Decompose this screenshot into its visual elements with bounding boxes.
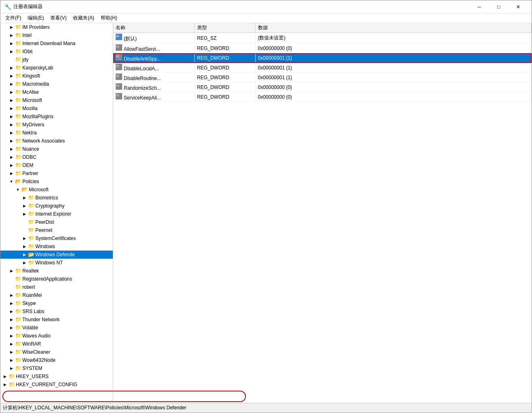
- expand-arrow[interactable]: [22, 227, 27, 233]
- expand-arrow[interactable]: [9, 365, 14, 371]
- tree-item[interactable]: 📁OEM: [0, 161, 113, 169]
- expand-arrow[interactable]: [9, 114, 14, 119]
- expand-arrow[interactable]: [9, 65, 14, 71]
- expand-arrow[interactable]: [9, 138, 14, 144]
- tree-item[interactable]: 📁KasperskyLab: [0, 64, 113, 72]
- expand-arrow[interactable]: [9, 171, 14, 176]
- expand-arrow[interactable]: [9, 49, 14, 54]
- expand-arrow[interactable]: [9, 146, 14, 152]
- tree-item[interactable]: 📁robert: [0, 283, 113, 291]
- expand-arrow[interactable]: [2, 382, 8, 387]
- tree-item[interactable]: 📂Windows Defende: [0, 251, 113, 259]
- expand-arrow[interactable]: [9, 325, 14, 331]
- expand-arrow[interactable]: [9, 162, 14, 168]
- minimize-button[interactable]: ─: [470, 3, 489, 11]
- tree-item[interactable]: 📁PeerDist: [0, 218, 113, 226]
- expand-arrow[interactable]: [22, 236, 27, 241]
- tree-item[interactable]: 📁Partner: [0, 169, 113, 177]
- expand-arrow[interactable]: [15, 187, 21, 192]
- tree-item[interactable]: 📁Windows NT: [0, 259, 113, 267]
- tree-item[interactable]: 📁Skype: [0, 299, 113, 307]
- tree-item[interactable]: 📁Microsoft: [0, 96, 113, 104]
- expand-arrow[interactable]: [9, 57, 14, 63]
- expand-arrow[interactable]: [22, 252, 27, 257]
- tree-item[interactable]: 📁Nuance: [0, 145, 113, 153]
- expand-arrow[interactable]: [2, 374, 8, 379]
- tree-item[interactable]: 📁McAfee: [0, 88, 113, 96]
- tree-item[interactable]: 📁jdy: [0, 56, 113, 64]
- menu-help[interactable]: 帮助(H): [97, 14, 121, 22]
- menu-file[interactable]: 文件(F): [2, 14, 24, 22]
- table-row[interactable]: ServiceKeepAli...REG_DWORD0x00000000 (0): [113, 92, 532, 102]
- expand-arrow[interactable]: [22, 203, 27, 209]
- tree-item[interactable]: 📁Realtek: [0, 267, 113, 275]
- tree-item[interactable]: 📁HKEY_USERS: [0, 372, 113, 381]
- menu-view[interactable]: 查看(V): [47, 14, 70, 22]
- expand-arrow[interactable]: [9, 179, 14, 184]
- expand-arrow[interactable]: [22, 195, 27, 201]
- expand-arrow[interactable]: [9, 341, 14, 347]
- tree-item[interactable]: 📁MozillaPlugins: [0, 112, 113, 121]
- expand-arrow[interactable]: [9, 122, 14, 128]
- tree-item[interactable]: 📁RegisteredApplications: [0, 275, 113, 283]
- expand-arrow[interactable]: [9, 292, 14, 298]
- tree-item[interactable]: 📁SystemCertificates: [0, 234, 113, 242]
- tree-item[interactable]: 📁Kingsoft: [0, 72, 113, 80]
- tree-item[interactable]: 📁SRS Labs: [0, 307, 113, 316]
- tree-item[interactable]: 📁Internet Download Mana: [0, 39, 113, 48]
- expand-arrow[interactable]: [22, 244, 27, 249]
- table-row[interactable]: RandomizeSch...REG_DWORD0x00000000 (0): [113, 82, 532, 92]
- tree-item[interactable]: 📁Windows: [0, 242, 113, 251]
- tree-item[interactable]: 📁IM Providers: [0, 23, 113, 31]
- tree-item[interactable]: 📁Intel: [0, 31, 113, 39]
- table-row[interactable]: DisableRoutine...REG_DWORD0x00000001 (1): [113, 73, 532, 82]
- tree-item[interactable]: 📁WiseCleaner: [0, 348, 113, 356]
- expand-arrow[interactable]: [9, 357, 14, 363]
- tree-item[interactable]: 📁Cryptography: [0, 202, 113, 210]
- expand-arrow[interactable]: [9, 301, 14, 306]
- tree-item[interactable]: 📁Waves Audio: [0, 332, 113, 340]
- maximize-button[interactable]: □: [489, 3, 508, 11]
- expand-arrow[interactable]: [9, 97, 14, 103]
- tree-item[interactable]: 📁WinRAR: [0, 340, 113, 348]
- close-button[interactable]: ✕: [509, 3, 528, 11]
- expand-arrow[interactable]: [9, 73, 14, 79]
- tree-item[interactable]: 📂Policies: [0, 177, 113, 186]
- tree-item[interactable]: 📁SYSTEM: [0, 364, 113, 372]
- expand-arrow[interactable]: [9, 276, 14, 282]
- tree-item[interactable]: 📁Peernet: [0, 226, 113, 234]
- tree-item[interactable]: 📁Wow6432Node: [0, 356, 113, 364]
- tree-item[interactable]: 📁HKEY_CURRENT_CONFIG: [0, 381, 113, 389]
- expand-arrow[interactable]: [9, 130, 14, 136]
- expand-arrow[interactable]: [9, 268, 14, 274]
- expand-arrow[interactable]: [9, 106, 14, 111]
- expand-arrow[interactable]: [9, 154, 14, 160]
- expand-arrow[interactable]: [22, 211, 27, 217]
- expand-arrow[interactable]: [9, 333, 14, 339]
- tree-panel[interactable]: 📁IM Providers📁Intel📁Internet Download Ma…: [0, 23, 113, 403]
- tree-item[interactable]: 📁RuanMei: [0, 291, 113, 299]
- tree-item[interactable]: 📁IObit: [0, 48, 113, 56]
- expand-arrow[interactable]: [9, 284, 14, 290]
- tree-item[interactable]: 📁Thunder Network: [0, 316, 113, 324]
- tree-item[interactable]: 📁Biometrics: [0, 194, 113, 202]
- table-row[interactable]: DisableAntiSpy...REG_DWORD0x00000001 (1): [113, 53, 532, 63]
- tree-item[interactable]: 📁Internet Explorer: [0, 210, 113, 218]
- expand-arrow[interactable]: [9, 32, 14, 38]
- table-row[interactable]: DisableLocalA...REG_DWORD0x00000001 (1): [113, 63, 532, 73]
- tree-item[interactable]: 📁MyDrivers: [0, 121, 113, 129]
- menu-favorites[interactable]: 收藏夹(A): [70, 14, 97, 22]
- expand-arrow[interactable]: [9, 349, 14, 355]
- tree-item[interactable]: 📁Macromedia: [0, 80, 113, 88]
- tree-item[interactable]: 📁Network Associates: [0, 137, 113, 145]
- expand-arrow[interactable]: [9, 317, 14, 322]
- expand-arrow[interactable]: [22, 219, 27, 225]
- expand-arrow[interactable]: [9, 89, 14, 95]
- expand-arrow[interactable]: [9, 309, 14, 314]
- tree-item[interactable]: 📁ODBC: [0, 153, 113, 161]
- expand-arrow[interactable]: [9, 81, 14, 87]
- tree-item[interactable]: 📁Volatile: [0, 324, 113, 332]
- tree-item[interactable]: 📁Mozilla: [0, 104, 113, 112]
- expand-arrow[interactable]: [9, 24, 14, 30]
- menu-edit[interactable]: 编辑(E): [24, 14, 47, 22]
